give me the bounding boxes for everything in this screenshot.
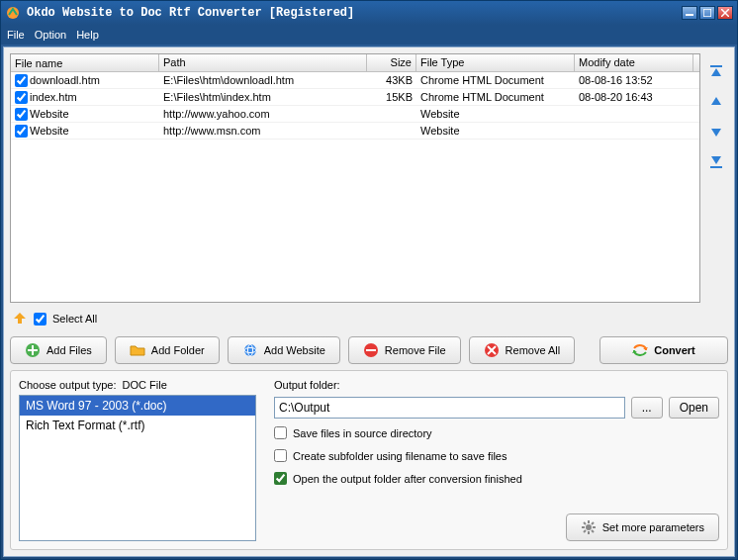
folder-icon [130, 342, 145, 358]
client-area: File name Path Size File Type Modify dat… [3, 47, 735, 557]
row-checkbox[interactable] [15, 125, 28, 138]
svg-rect-1 [686, 14, 693, 16]
table-row[interactable]: Websitehttp://www.yahoo.comWebsite [11, 106, 699, 123]
select-all-checkbox[interactable] [34, 313, 46, 326]
main-window: Okdo Website to Doc Rtf Converter [Regis… [0, 0, 738, 560]
row-checkbox[interactable] [15, 74, 28, 87]
save-in-source-label[interactable]: Save files in source directory [293, 427, 432, 439]
row-size: 43KB [367, 73, 416, 87]
minus-icon [363, 342, 379, 358]
up-folder-icon[interactable] [12, 311, 28, 327]
output-folder-label: Output folder: [274, 379, 719, 391]
minimize-button[interactable] [682, 6, 697, 20]
row-path: E:\Files\htm\downloadl.htm [159, 73, 367, 87]
browse-button[interactable]: ... [631, 397, 663, 419]
table-row[interactable]: downloadl.htmE:\Files\htm\downloadl.htm4… [11, 72, 699, 89]
open-after-checkbox[interactable] [274, 472, 287, 485]
column-header-path[interactable]: Path [159, 54, 367, 71]
open-after-row: Open the output folder after conversion … [274, 470, 719, 487]
main-toolbar: Add Files Add Folder Add Website Remove … [10, 334, 728, 366]
column-header-date[interactable]: Modify date [575, 54, 693, 71]
svg-rect-5 [710, 65, 722, 67]
open-folder-button[interactable]: Open [669, 397, 719, 419]
row-checkbox[interactable] [15, 91, 28, 104]
svg-rect-13 [28, 349, 38, 351]
menu-option[interactable]: Option [35, 29, 66, 41]
menu-help[interactable]: Help [76, 29, 99, 41]
move-down-button[interactable] [707, 123, 725, 140]
row-type: Website [416, 124, 575, 138]
select-all-row: Select All [10, 307, 728, 330]
column-header-size[interactable]: Size [367, 54, 416, 71]
create-subfolder-checkbox[interactable] [274, 449, 287, 462]
output-type-list[interactable]: MS Word 97 - 2003 (*.doc)Rich Text Forma… [19, 395, 256, 541]
table-row[interactable]: Websitehttp://www.msn.comWebsite [11, 123, 699, 140]
remove-file-button[interactable]: Remove File [348, 336, 461, 364]
plus-icon [25, 342, 41, 358]
row-type: Chrome HTML Document [416, 90, 575, 104]
svg-marker-6 [711, 68, 721, 76]
row-date: 08-08-20 16:43 [575, 90, 693, 104]
output-type-item[interactable]: MS Word 97 - 2003 (*.doc) [20, 396, 255, 416]
row-size [367, 130, 416, 132]
app-icon [5, 5, 21, 21]
convert-label: Convert [654, 344, 695, 356]
set-more-parameters-button[interactable]: Set more parameters [566, 513, 719, 541]
add-files-button[interactable]: Add Files [10, 336, 107, 364]
convert-button[interactable]: Convert [600, 336, 728, 364]
move-bottom-button[interactable] [707, 152, 725, 170]
add-website-button[interactable]: Add Website [228, 336, 340, 364]
menu-file[interactable]: File [7, 29, 25, 41]
set-more-parameters-label: Set more parameters [602, 521, 704, 533]
save-in-source-checkbox[interactable] [274, 426, 287, 439]
select-all-label[interactable]: Select All [52, 313, 97, 325]
output-folder-input[interactable] [274, 397, 625, 419]
svg-rect-18 [366, 349, 376, 351]
row-filename: index.htm [30, 91, 77, 103]
grid-body: downloadl.htmE:\Files\htm\downloadl.htm4… [11, 72, 699, 302]
gear-icon [581, 519, 597, 535]
table-row[interactable]: index.htmE:\Files\htm\index.htm15KBChrom… [11, 89, 699, 106]
remove-all-button[interactable]: Remove All [469, 336, 576, 364]
row-filename: downloadl.htm [30, 74, 100, 86]
column-header-name[interactable]: File name [11, 54, 159, 71]
column-header-type[interactable]: File Type [416, 54, 575, 71]
row-date [575, 113, 693, 115]
add-website-label: Add Website [264, 344, 325, 356]
svg-rect-2 [703, 9, 711, 17]
grid-header: File name Path Size File Type Modify dat… [11, 54, 699, 72]
row-size: 15KB [367, 90, 416, 104]
svg-line-31 [592, 522, 594, 524]
maximize-button[interactable] [699, 6, 715, 20]
bottom-panel: Choose output type: DOC File MS Word 97 … [10, 370, 728, 550]
svg-marker-8 [711, 129, 721, 137]
open-after-label[interactable]: Open the output folder after conversion … [293, 473, 522, 485]
file-grid: File name Path Size File Type Modify dat… [10, 53, 700, 303]
row-checkbox[interactable] [15, 108, 28, 121]
row-path: http://www.msn.com [159, 124, 367, 138]
remove-all-label: Remove All [506, 344, 561, 356]
convert-icon [632, 342, 648, 358]
svg-point-14 [244, 344, 256, 356]
row-size [367, 113, 416, 115]
row-date: 08-08-16 13:52 [575, 73, 693, 87]
row-type: Chrome HTML Document [416, 73, 575, 87]
move-up-button[interactable] [707, 93, 725, 111]
output-type-panel: Choose output type: DOC File MS Word 97 … [19, 379, 256, 541]
create-subfolder-label[interactable]: Create subfolder using filename to save … [293, 450, 507, 462]
move-top-button[interactable] [707, 63, 725, 81]
output-options-panel: Output folder: ... Open Save files in so… [274, 379, 719, 541]
output-type-prefix: Choose output type: [19, 379, 116, 391]
output-type-value: DOC File [123, 379, 167, 391]
close-button[interactable] [717, 6, 733, 20]
row-path: http://www.yahoo.com [159, 107, 367, 121]
row-date [575, 130, 693, 132]
window-buttons [682, 6, 733, 20]
add-folder-button[interactable]: Add Folder [115, 336, 220, 364]
svg-line-29 [584, 522, 586, 524]
create-subfolder-row: Create subfolder using filename to save … [274, 447, 719, 464]
svg-point-24 [586, 524, 592, 530]
output-type-label: Choose output type: DOC File [19, 379, 256, 391]
x-icon [484, 342, 500, 358]
output-type-item[interactable]: Rich Text Format (*.rtf) [20, 416, 255, 435]
